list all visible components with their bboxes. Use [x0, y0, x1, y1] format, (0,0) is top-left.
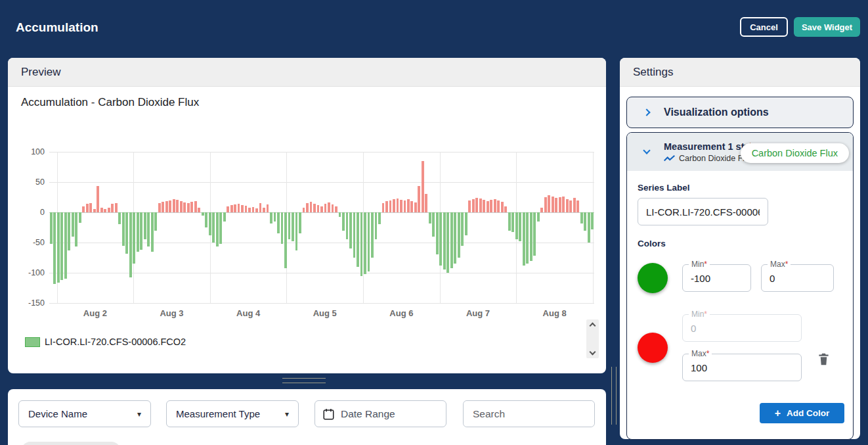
save-widget-button[interactable]: Save Widget [794, 17, 860, 37]
max-field-1-label: Max* [768, 260, 791, 269]
chart-bar [555, 198, 557, 212]
chart-bar [190, 202, 193, 212]
chart-bar [97, 186, 99, 212]
max-field-1: Max* [761, 264, 834, 292]
chart-bar [75, 212, 77, 246]
chart-bar [552, 197, 554, 212]
min-field-2-label: Min* [689, 310, 710, 319]
measurement-type-select[interactable]: Measurement Type ▾ [166, 400, 299, 427]
chart-bar [133, 212, 135, 264]
chart-bar [439, 212, 442, 266]
chart-bar [162, 202, 164, 212]
y-tick-label: -50 [33, 238, 45, 247]
chart-bar [458, 212, 460, 258]
measurement-titles: Measurement 1 style Carbon Dioxide Flux [664, 141, 750, 163]
chart-bar [559, 197, 561, 212]
chart-bar [410, 201, 413, 212]
search-field[interactable] [463, 400, 595, 427]
h-gridline [49, 303, 594, 304]
delete-color-button[interactable] [817, 352, 830, 368]
min-input-1[interactable] [683, 265, 750, 291]
chart-bar [267, 204, 269, 212]
chart-bar [414, 202, 417, 212]
visualization-options-label: Visualization options [664, 106, 769, 118]
measurement-type-label: Measurement Type [176, 408, 260, 419]
chart-bar [537, 212, 540, 222]
chart-bar [573, 198, 576, 212]
settings-panel-header: Settings [620, 58, 860, 87]
legend-scrollbar[interactable] [586, 319, 599, 358]
add-color-label: Add Color [787, 408, 829, 418]
chart-bar [472, 199, 475, 212]
device-name-select[interactable]: Device Name ▾ [18, 400, 151, 427]
chart-bar [115, 203, 118, 212]
x-tick-label: Aug 5 [313, 308, 337, 318]
chart-bar [515, 212, 518, 239]
y-tick-label: 0 [40, 208, 45, 217]
chart-bar [169, 200, 171, 212]
chart-bar [202, 212, 204, 216]
y-tick-label: -100 [28, 268, 45, 277]
chart-bar [50, 212, 53, 244]
date-range-input[interactable]: Date Range [315, 400, 446, 427]
chart-bar [393, 199, 395, 212]
chart-bar [93, 209, 96, 212]
chart-bar [400, 200, 402, 212]
chart-plot [49, 152, 594, 303]
chart-bar [165, 201, 168, 212]
visualization-options-accordion[interactable]: Visualization options [626, 97, 854, 128]
chart-bar [288, 212, 291, 239]
chart-bar [151, 212, 154, 252]
y-tick-label: 50 [35, 177, 45, 187]
max-input-2[interactable] [683, 354, 801, 381]
chart-bar [223, 212, 226, 222]
chart-bar [389, 200, 392, 212]
chart-bar [443, 212, 446, 269]
chart-bar [64, 212, 67, 279]
chart-bar [436, 212, 439, 254]
chart-bar [100, 208, 103, 212]
cancel-button[interactable]: Cancel [740, 17, 788, 37]
chart-bar [158, 203, 161, 212]
preview-panel: Preview Accumulation - Carbon Dioxide Fl… [8, 58, 606, 373]
color-swatch-green[interactable] [638, 263, 668, 293]
chart-bar [241, 205, 244, 212]
x-tick-label: Aug 2 [83, 308, 107, 318]
color-row: Min* Max* [638, 263, 842, 293]
chart-bar [129, 212, 132, 277]
chart-bar [238, 204, 240, 212]
chart-bar [422, 161, 424, 212]
chart-bar [68, 212, 70, 250]
chart-bar [364, 212, 366, 274]
chart-bar [454, 212, 456, 264]
chart-bar [429, 212, 431, 223]
line-chart-icon [664, 154, 675, 162]
min-field-2: Min* [682, 314, 802, 342]
chart-bar [468, 200, 471, 212]
chevron-up-icon[interactable] [590, 323, 596, 329]
chart-bar [306, 203, 309, 212]
legend-item[interactable]: LI-COR.LI-720.CFS-00006.FCO2 [25, 337, 186, 347]
horizontal-resize-handle[interactable] [282, 378, 326, 383]
chart-bar [332, 204, 334, 212]
measurement-style-header[interactable]: Measurement 1 style Carbon Dioxide Flux … [627, 133, 853, 171]
chart-bar [277, 212, 280, 233]
max-input-1[interactable] [762, 265, 833, 291]
settings-panel-title: Settings [633, 66, 673, 79]
chevron-down-icon: ▾ [285, 410, 289, 419]
add-color-button[interactable]: + Add Color [760, 403, 844, 423]
chevron-down-icon[interactable] [590, 349, 596, 356]
chart-bar [544, 197, 547, 212]
chart-bar [497, 200, 500, 212]
chart-bar [339, 212, 341, 217]
color-swatch-red[interactable] [638, 333, 668, 363]
chart-bar [60, 212, 63, 280]
chart-bar [108, 208, 110, 212]
chart-bar [205, 212, 207, 227]
vertical-resize-handle[interactable] [611, 367, 617, 425]
x-tick-label: Aug 8 [543, 308, 567, 318]
chart-bar [230, 205, 233, 212]
settings-body: Visualization options Measurement 1 styl… [620, 87, 860, 440]
search-input[interactable] [464, 401, 594, 427]
series-label-input[interactable] [638, 198, 768, 225]
